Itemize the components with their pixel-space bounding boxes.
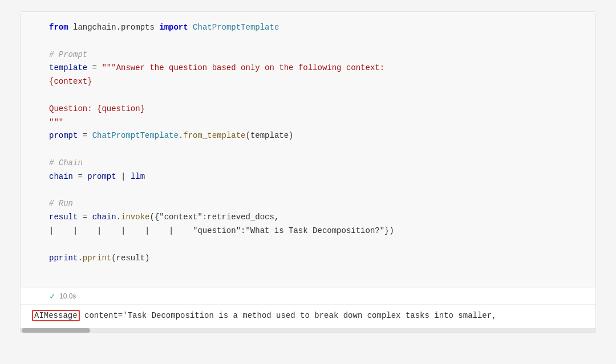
code-line-1: from langchain.prompts import ChatPrompt… xyxy=(49,23,279,32)
output-text-rest: content='Task Decomposition is a method … xyxy=(80,311,497,320)
code-line-question-param: | | | | | | "question":"What is Task Dec… xyxy=(49,226,394,235)
output-area: ✓ 10.0s AIMessage content='Task Decompos… xyxy=(21,288,595,332)
notebook-container: from langchain.prompts import ChatPrompt… xyxy=(0,0,616,364)
checkmark-icon: ✓ xyxy=(49,292,56,301)
code-line-pprint: pprint.pprint(result) xyxy=(49,253,149,263)
output-text-line: AIMessage content='Task Decomposition is… xyxy=(21,304,595,326)
code-line-context: {context} xyxy=(49,77,92,86)
code-line-comment-run: # Run xyxy=(49,199,73,208)
scrollbar-thumb[interactable] xyxy=(22,328,90,333)
code-line-comment-chain: # Chain xyxy=(49,158,83,167)
code-block: from langchain.prompts import ChatPrompt… xyxy=(49,21,584,279)
execution-status-bar: ✓ 10.0s xyxy=(21,288,595,304)
code-cell: from langchain.prompts import ChatPrompt… xyxy=(20,11,596,333)
code-editor[interactable]: from langchain.prompts import ChatPrompt… xyxy=(21,12,595,288)
aimessage-highlighted: AIMessage xyxy=(32,310,80,321)
code-line-comment-prompt: # Prompt xyxy=(49,50,87,59)
code-line-question: Question: {question} xyxy=(49,104,145,113)
horizontal-scrollbar[interactable] xyxy=(21,328,595,333)
code-line-triple-quote: """ xyxy=(49,118,63,127)
execution-time: 10.0s xyxy=(59,292,76,300)
code-line-chain: chain = prompt | llm xyxy=(49,172,145,181)
code-line-result: result = chain.invoke({"context":retriev… xyxy=(49,212,279,222)
code-line-prompt: prompt = ChatPromptTemplate.from_templat… xyxy=(49,131,294,140)
code-line-template: template = """Answer the question based … xyxy=(49,63,384,72)
